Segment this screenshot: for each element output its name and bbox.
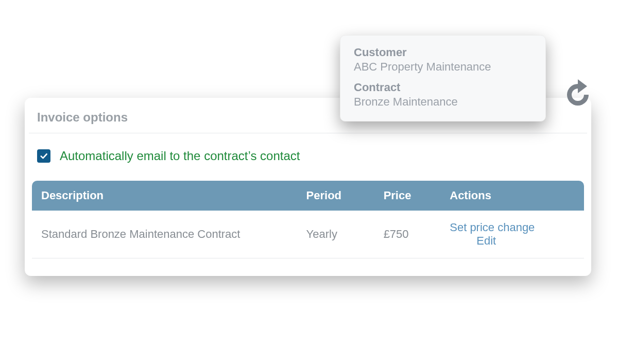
cell-actions: Set price change Edit [440, 211, 584, 258]
check-icon [39, 151, 48, 161]
table-header-row: Description Period Price Actions [32, 181, 584, 211]
auto-email-option: Automatically email to the contract’s co… [25, 133, 591, 181]
auto-email-label: Automatically email to the contract’s co… [60, 149, 300, 163]
col-price: Price [374, 181, 441, 211]
contract-value: Bronze Maintenance [354, 95, 532, 109]
cell-period: Yearly [297, 211, 374, 258]
cell-description: Standard Bronze Maintenance Contract [32, 211, 297, 258]
contract-label: Contract [354, 81, 532, 94]
cell-price: £750 [374, 211, 441, 258]
edit-link[interactable]: Edit [476, 234, 496, 247]
customer-value: ABC Property Maintenance [354, 60, 532, 74]
col-description: Description [32, 181, 297, 211]
invoice-options-panel: Invoice options Automatically email to t… [25, 98, 591, 276]
col-actions: Actions [440, 181, 584, 211]
refresh-icon[interactable] [559, 76, 596, 113]
customer-label: Customer [354, 46, 532, 59]
invoice-table: Description Period Price Actions Standar… [25, 181, 591, 258]
set-price-change-link[interactable]: Set price change [450, 221, 535, 234]
col-period: Period [297, 181, 374, 211]
table-row: Standard Bronze Maintenance Contract Yea… [32, 211, 584, 258]
customer-contract-popover: Customer ABC Property Maintenance Contra… [340, 35, 546, 122]
auto-email-checkbox[interactable] [37, 149, 50, 163]
